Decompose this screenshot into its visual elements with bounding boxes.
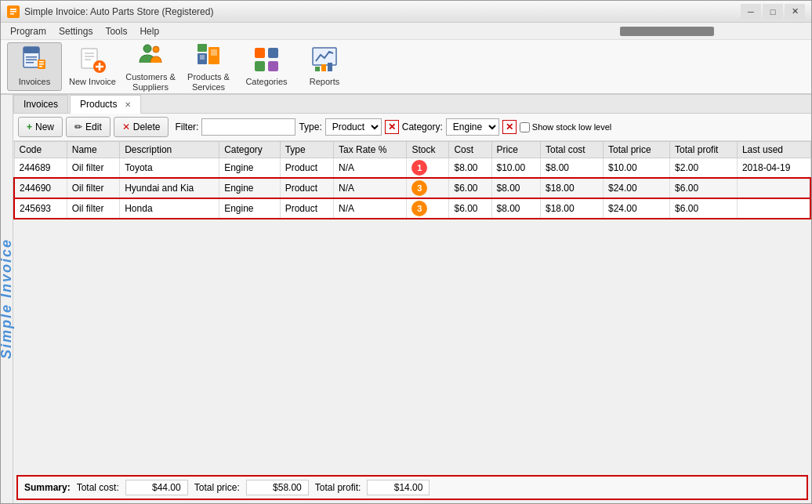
menu-help[interactable]: Help [133, 24, 165, 38]
edit-button[interactable]: ✏ Edit [66, 117, 111, 137]
categories-icon [252, 45, 281, 74]
cell-total-price: $24.00 [603, 198, 669, 219]
cell-code: 245693 [14, 198, 67, 219]
cell-tax-rate: N/A [333, 198, 406, 219]
category-label: Category: [402, 121, 443, 132]
toolbar-customers[interactable]: Customers & Suppliers [123, 42, 178, 91]
filter-input[interactable] [201, 118, 295, 136]
new-invoice-icon [78, 45, 107, 74]
cell-last-used [737, 198, 810, 219]
cell-name: Oil filter [67, 198, 119, 219]
svg-point-20 [143, 45, 151, 53]
show-stock-low-area: Show stock low level [520, 122, 612, 132]
menu-tools[interactable]: Tools [99, 24, 133, 38]
cell-total-profit: $6.00 [670, 178, 738, 198]
toolbar-products[interactable]: Products & Services [181, 42, 236, 91]
svg-rect-31 [313, 48, 336, 65]
category-dropdown[interactable]: Engine Brakes Tires [446, 118, 499, 136]
cell-stock: 1 [407, 158, 449, 179]
cell-total-profit: $2.00 [670, 158, 738, 179]
table-row[interactable]: 245693 Oil filter Honda Engine Product N… [14, 198, 810, 219]
reports-label: Reports [310, 77, 340, 87]
svg-rect-2 [10, 11, 16, 13]
tab-close-products[interactable]: ✕ [125, 100, 131, 109]
filter-label: Filter: [175, 121, 198, 132]
summary-bar: Summary: Total cost: $44.00 Total price:… [16, 475, 808, 500]
toolbar-reports[interactable]: Reports [297, 42, 352, 91]
clear-type-button[interactable]: ✕ [385, 120, 399, 134]
title-bar: Simple Invoice: Auto Parts Store (Regist… [1, 1, 811, 23]
cell-total-cost: $8.00 [540, 158, 603, 179]
svg-rect-29 [255, 61, 265, 71]
total-profit-label: Total profit: [315, 482, 361, 493]
products-table-container: Code Name Description Category Type Tax … [13, 141, 811, 472]
main-window: Simple Invoice: Auto Parts Store (Regist… [0, 0, 812, 504]
cell-cost: $6.00 [449, 198, 491, 219]
cell-description: Hyundai and Kia [120, 178, 219, 198]
svg-rect-6 [26, 56, 37, 58]
col-name: Name [67, 142, 119, 158]
table-row[interactable]: 244690 Oil filter Hyundai and Kia Engine… [14, 178, 810, 198]
type-dropdown[interactable]: Product Service [325, 118, 382, 136]
cell-code: 244689 [14, 158, 67, 179]
cell-description: Toyota [120, 158, 219, 179]
window-controls: ─ □ ✕ [741, 4, 805, 20]
svg-rect-27 [255, 48, 265, 58]
col-cost: Cost [449, 142, 491, 158]
customers-icon [136, 41, 165, 69]
svg-rect-26 [211, 49, 217, 56]
show-stock-low-checkbox[interactable] [520, 122, 530, 132]
total-cost-label: Total cost: [77, 482, 119, 493]
cell-price: $8.00 [491, 198, 540, 219]
cell-total-price: $10.00 [603, 158, 669, 179]
cell-last-used: 2018-04-19 [737, 158, 810, 179]
col-total-price: Total price [603, 142, 669, 158]
cell-stock: 3 [407, 198, 449, 219]
svg-rect-5 [24, 47, 39, 53]
svg-rect-32 [315, 67, 320, 71]
toolbar-categories[interactable]: Categories [239, 42, 294, 91]
svg-rect-10 [39, 61, 44, 63]
new-invoice-label: New Invoice [69, 77, 116, 87]
menu-settings[interactable]: Settings [53, 24, 99, 38]
new-button[interactable]: + New [18, 117, 63, 137]
svg-rect-24 [198, 44, 207, 52]
toolbar-invoices[interactable]: Invoices [7, 42, 62, 91]
categories-label: Categories [245, 77, 287, 87]
tab-bar: Invoices Products ✕ [13, 95, 811, 114]
minimize-button[interactable]: ─ [741, 4, 761, 20]
svg-point-21 [153, 46, 159, 53]
total-price-value: $58.00 [246, 480, 309, 495]
toolbar-new-invoice[interactable]: New Invoice [65, 42, 120, 91]
col-total-profit: Total profit [670, 142, 738, 158]
cell-total-profit: $6.00 [670, 198, 738, 219]
cell-tax-rate: N/A [333, 178, 406, 198]
tab-invoices[interactable]: Invoices [13, 95, 68, 113]
total-cost-value: $44.00 [125, 480, 188, 495]
summary-label: Summary: [24, 482, 71, 493]
clear-category-button[interactable]: ✕ [502, 120, 517, 134]
svg-rect-1 [10, 9, 16, 10]
delete-button[interactable]: ✕ Delete [114, 117, 169, 137]
col-code: Code [14, 142, 67, 158]
menu-program[interactable]: Program [4, 24, 53, 38]
invoices-icon [20, 45, 49, 74]
cell-type: Product [280, 198, 333, 219]
svg-rect-12 [39, 66, 42, 67]
reports-icon [310, 45, 339, 74]
menu-bar: Program Settings Tools Help [1, 23, 811, 40]
main-toolbar: Invoices New Invoice [1, 40, 811, 95]
col-tax-rate: Tax Rate % [333, 142, 406, 158]
delete-label: Delete [133, 121, 161, 132]
svg-rect-30 [268, 61, 278, 71]
new-label: New [35, 121, 54, 132]
cell-category: Engine [219, 158, 281, 179]
products-table: Code Name Description Category Type Tax … [13, 141, 811, 219]
close-button[interactable]: ✕ [785, 4, 805, 20]
tab-products[interactable]: Products ✕ [70, 95, 141, 114]
sidebar-watermark: Simple Invoice [1, 238, 15, 359]
cell-total-cost: $18.00 [540, 198, 603, 219]
col-price: Price [491, 142, 540, 158]
table-row[interactable]: 244689 Oil filter Toyota Engine Product … [14, 158, 810, 179]
maximize-button[interactable]: □ [763, 4, 783, 20]
